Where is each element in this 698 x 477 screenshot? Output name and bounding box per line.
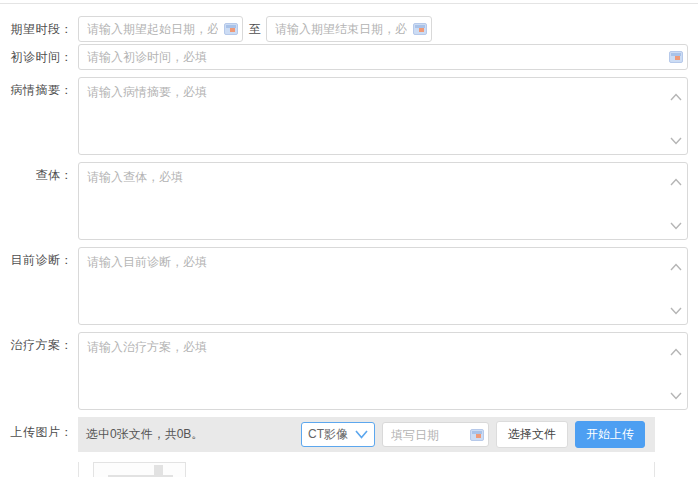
scroll-up-icon[interactable]	[670, 90, 682, 98]
upload-images-row: 上传图片： 选中0张文件，共0B。 CT影像	[0, 417, 698, 477]
medical-form-page: 期望时段： 至 初诊时间：	[0, 0, 698, 477]
physical-exam-row: 查体：	[0, 162, 698, 240]
image-type-select[interactable]: CT影像	[301, 422, 375, 447]
upload-controls: CT影像 选择文件 开始上传	[301, 421, 645, 448]
physical-exam-textarea[interactable]	[78, 162, 688, 240]
scroll-down-icon[interactable]	[670, 304, 682, 312]
calendar-icon[interactable]	[224, 23, 238, 35]
scroll-up-icon[interactable]	[670, 345, 682, 353]
upload-images-label: 上传图片：	[0, 417, 73, 441]
period-separator: 至	[249, 16, 261, 42]
calendar-icon[interactable]	[413, 23, 427, 35]
choose-file-button[interactable]: 选择文件	[496, 421, 568, 448]
upload-widget: 选中0张文件，共0B。 CT影像 选择文件	[78, 417, 655, 477]
calendar-icon[interactable]	[669, 51, 683, 63]
current-diagnosis-row: 目前诊断：	[0, 247, 698, 325]
scroll-down-icon[interactable]	[670, 219, 682, 227]
scroll-up-icon[interactable]	[670, 260, 682, 268]
condition-summary-label: 病情摘要：	[0, 77, 73, 97]
current-diagnosis-textarea[interactable]	[78, 247, 688, 325]
period-start-date-input[interactable]	[78, 16, 243, 42]
scroll-down-icon[interactable]	[670, 389, 682, 397]
expected-period-row: 期望时段： 至	[0, 16, 698, 42]
treatment-plan-field	[78, 332, 688, 410]
image-type-selected-value: CT影像	[308, 426, 355, 443]
treatment-plan-textarea[interactable]	[78, 332, 688, 410]
first-visit-row: 初诊时间：	[0, 44, 698, 70]
period-end-date-input[interactable]	[266, 16, 432, 42]
upload-status-text: 选中0张文件，共0B。	[86, 426, 301, 443]
chevron-down-icon	[355, 428, 368, 442]
current-diagnosis-label: 目前诊断：	[0, 247, 73, 267]
scroll-up-icon[interactable]	[670, 175, 682, 183]
treatment-plan-row: 治疗方案：	[0, 332, 698, 410]
upload-file-area	[78, 462, 655, 477]
expected-period-fields: 至	[78, 16, 432, 42]
first-visit-field	[78, 44, 688, 70]
first-visit-time-input[interactable]	[78, 44, 688, 70]
calendar-icon[interactable]	[470, 429, 484, 441]
expected-period-label: 期望时段：	[0, 16, 73, 42]
add-image-tile[interactable]	[93, 462, 186, 477]
condition-summary-field	[78, 77, 688, 155]
physical-exam-label: 查体：	[0, 162, 73, 182]
consultation-form: 期望时段： 至 初诊时间：	[0, 16, 698, 477]
condition-summary-textarea[interactable]	[78, 77, 688, 155]
current-diagnosis-field	[78, 247, 688, 325]
treatment-plan-label: 治疗方案：	[0, 332, 73, 352]
first-visit-label: 初诊时间：	[0, 44, 73, 70]
top-divider	[0, 3, 698, 4]
condition-summary-row: 病情摘要：	[0, 77, 698, 155]
upload-toolbar: 选中0张文件，共0B。 CT影像 选择文件	[78, 417, 655, 452]
start-upload-button[interactable]: 开始上传	[575, 421, 645, 448]
physical-exam-field	[78, 162, 688, 240]
scroll-down-icon[interactable]	[670, 134, 682, 142]
